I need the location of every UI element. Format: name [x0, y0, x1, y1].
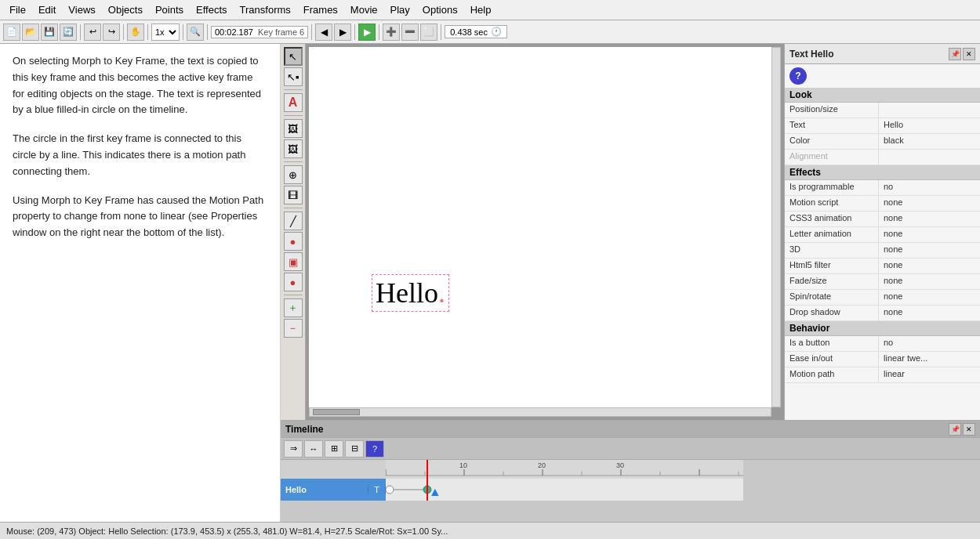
- add-frame-button[interactable]: ➕: [383, 24, 400, 41]
- status-bar: Mouse: (209, 473) Object: Hello Selectio…: [0, 522, 980, 539]
- props-row-text: Text Hello: [785, 118, 980, 134]
- tl-move-button[interactable]: ↔: [304, 440, 323, 458]
- timeline-content: 10 20 30: [281, 460, 980, 505]
- props-key-is-prog: Is programmable: [785, 180, 879, 195]
- timeline-pin-button[interactable]: 📌: [949, 423, 961, 436]
- menu-transforms[interactable]: Transforms: [234, 2, 297, 17]
- props-val-3d[interactable]: none: [879, 243, 980, 258]
- stage-vscrollbar[interactable]: [771, 47, 781, 407]
- stage-scrollable[interactable]: Hello.: [306, 44, 784, 420]
- frame-circle-start: [386, 486, 394, 494]
- props-val-text[interactable]: Hello: [879, 118, 980, 133]
- zoom-in-button[interactable]: 🔍: [187, 24, 204, 41]
- timer-display: 0.438 sec 🕐: [445, 25, 507, 38]
- props-val-color[interactable]: black: [879, 134, 980, 149]
- props-val-alignment[interactable]: [879, 150, 980, 165]
- window-button[interactable]: ⬜: [420, 24, 437, 41]
- pan-button[interactable]: ✋: [127, 24, 144, 41]
- speed-select[interactable]: 1x: [151, 24, 180, 41]
- props-panel: Text Hello 📌 ✕ ? Look Position/size: [784, 44, 980, 420]
- select-tool-button[interactable]: ↖: [284, 47, 303, 66]
- text-tool-button[interactable]: A: [284, 93, 303, 112]
- props-val-is-button[interactable]: no: [879, 336, 980, 351]
- forward-button[interactable]: ▶: [334, 24, 351, 41]
- menu-file[interactable]: File: [3, 2, 32, 17]
- main-toolbar: 📄 📂 💾 🔄 ↩ ↪ ✋ 1x 🔍 00:02.187 Key frame 6…: [0, 20, 980, 44]
- props-val-spin[interactable]: none: [879, 290, 980, 305]
- props-row-html5: Html5 filter none: [785, 259, 980, 274]
- cursor-tool-button[interactable]: ⊕: [284, 165, 303, 184]
- remove-frame-button[interactable]: ➖: [401, 24, 419, 41]
- hello-text-object[interactable]: Hello.: [372, 274, 449, 312]
- new-button[interactable]: 📄: [3, 24, 20, 41]
- toolbar-sep-2: [123, 24, 124, 40]
- add-tool-button[interactable]: ＋: [284, 298, 303, 317]
- props-val-motion-script[interactable]: none: [879, 196, 980, 211]
- back-button[interactable]: ◀: [315, 24, 332, 41]
- props-row-color: Color black: [785, 134, 980, 150]
- tl-morph-button[interactable]: ⇒: [284, 440, 303, 458]
- rect-tool-button[interactable]: ▣: [284, 252, 303, 271]
- line-tool-button[interactable]: ╱: [284, 212, 303, 230]
- props-key-motion-script: Motion script: [785, 196, 879, 211]
- menu-options[interactable]: Options: [416, 2, 464, 17]
- menu-movie[interactable]: Movie: [344, 2, 384, 17]
- props-val-ease[interactable]: linear twe...: [879, 352, 980, 367]
- hscroll-thumb[interactable]: [313, 409, 360, 415]
- save-button[interactable]: 💾: [41, 24, 58, 41]
- props-key-is-button: Is a button: [785, 336, 879, 351]
- props-val-dropshadow[interactable]: none: [879, 306, 980, 320]
- play-button[interactable]: ▶: [358, 24, 376, 41]
- props-val-fade[interactable]: none: [879, 274, 980, 289]
- circle-tool-button[interactable]: ●: [284, 232, 303, 251]
- props-title: Text Hello: [789, 49, 833, 60]
- export-button[interactable]: 🔄: [60, 24, 77, 41]
- menu-help[interactable]: Help: [464, 2, 498, 17]
- image2-tool-button[interactable]: 🖼: [284, 139, 303, 158]
- props-val-is-prog[interactable]: no: [879, 180, 980, 195]
- props-val-position[interactable]: [879, 103, 980, 118]
- circle2-tool-button[interactable]: ●: [284, 273, 303, 291]
- props-val-letter-anim[interactable]: none: [879, 227, 980, 242]
- remove-tool-button[interactable]: －: [284, 319, 303, 338]
- props-pin-button[interactable]: 📌: [949, 48, 961, 60]
- menu-points[interactable]: Points: [149, 2, 190, 17]
- open-button[interactable]: 📂: [22, 24, 39, 41]
- text-para-3: Using Morph to Key Frame has caused the …: [13, 193, 267, 241]
- menu-views[interactable]: Views: [62, 2, 101, 17]
- toolbar-sep-5: [207, 24, 208, 40]
- timeline-close-button[interactable]: ✕: [963, 423, 975, 436]
- props-val-css3[interactable]: none: [879, 212, 980, 226]
- props-row-letter-anim: Letter animation none: [785, 227, 980, 243]
- props-key-css3: CSS3 animation: [785, 212, 879, 226]
- menu-edit[interactable]: Edit: [32, 2, 62, 17]
- props-row-dropshadow: Drop shadow none: [785, 306, 980, 321]
- time-value: 00:02.187: [215, 27, 253, 37]
- menu-effects[interactable]: Effects: [190, 2, 234, 17]
- center-area: ↖ ↖■ A 🖼 🖼 ⊕ 🎞 ╱ ● ▣ ● ＋: [281, 44, 980, 522]
- props-val-html5[interactable]: none: [879, 259, 980, 273]
- tl-split-button[interactable]: ⊟: [345, 440, 364, 458]
- menu-frames[interactable]: Frames: [297, 2, 344, 17]
- menu-objects[interactable]: Objects: [102, 2, 149, 17]
- tl-help-button[interactable]: ?: [365, 440, 384, 458]
- props-key-text: Text: [785, 118, 879, 133]
- keyframe-label: Key frame 6: [258, 27, 304, 37]
- props-row-fade: Fade/size none: [785, 274, 980, 290]
- image-tool-button[interactable]: 🖼: [284, 119, 303, 138]
- tl-add-button[interactable]: ⊞: [325, 440, 343, 458]
- props-val-motion-path[interactable]: linear: [879, 367, 980, 382]
- stage-hscrollbar[interactable]: [309, 407, 771, 417]
- props-row-ease: Ease in/out linear twe...: [785, 352, 980, 367]
- undo-button[interactable]: ↩: [84, 24, 101, 41]
- props-close-button[interactable]: ✕: [963, 48, 975, 60]
- props-help-button[interactable]: ?: [789, 67, 807, 85]
- redo-button[interactable]: ↪: [103, 24, 120, 41]
- menu-play[interactable]: Play: [384, 2, 416, 17]
- toolbar-sep-6: [311, 24, 312, 40]
- select-adjust-button[interactable]: ↖■: [284, 67, 303, 86]
- clock-icon: 🕐: [491, 27, 502, 37]
- film-tool-button[interactable]: 🎞: [284, 186, 303, 204]
- props-row-css3: CSS3 animation none: [785, 212, 980, 227]
- text-para-2: The circle in the first key frame is con…: [13, 131, 267, 179]
